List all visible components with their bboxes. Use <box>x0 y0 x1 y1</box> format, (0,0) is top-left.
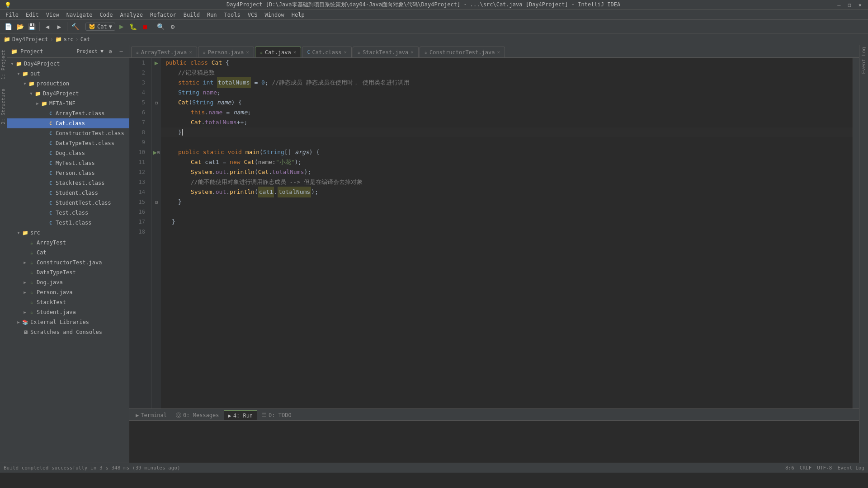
tree-item-datatypetest-class[interactable]: C DataTypeTest.class <box>7 138 129 148</box>
breadcrumb-file[interactable]: Cat <box>80 36 90 42</box>
tab-stacktest[interactable]: ☕ StackTest.java ✕ <box>353 47 419 57</box>
breadcrumb-src[interactable]: src <box>64 36 74 42</box>
maximize-button[interactable]: ❐ <box>846 2 853 8</box>
code-line-2[interactable]: //记录猫总数 <box>161 68 853 78</box>
code-line-12[interactable]: System . out . println ( Cat . totalNums… <box>161 167 853 177</box>
tab-arraytest[interactable]: ☕ ArrayTest.java ✕ <box>131 47 197 57</box>
tab-cat[interactable]: ☕ Cat.java ✕ <box>255 47 301 57</box>
code-line-10[interactable]: public static void main ( String [] args… <box>161 147 853 157</box>
tree-item-stacktest-class[interactable]: C StackTest.class <box>7 178 129 188</box>
menu-analyze[interactable]: Analyze <box>116 11 146 19</box>
code-line-4[interactable]: String name ; <box>161 88 853 98</box>
tree-item-stacktest[interactable]: ☕ StackTest <box>7 297 129 307</box>
tree-item-student-class[interactable]: C Student.class <box>7 188 129 198</box>
toolbar-back[interactable]: ◀ <box>42 21 53 32</box>
toolbar-build[interactable]: 🔨 <box>70 21 80 32</box>
menu-navigate[interactable]: Navigate <box>63 11 96 19</box>
tree-item-src[interactable]: 📁 src <box>7 228 129 238</box>
code-line-11[interactable]: Cat cat1 = new Cat ( name: "小花" ); <box>161 157 853 167</box>
menu-edit[interactable]: Edit <box>22 11 42 19</box>
stop-button[interactable]: ■ <box>140 21 151 32</box>
project-type-selector[interactable]: Project ▼ <box>76 48 104 54</box>
code-content[interactable]: public class Cat { //记录猫总数 static int to… <box>161 58 853 408</box>
run-button[interactable]: ▶ <box>116 21 127 32</box>
tree-item-test-class[interactable]: C Test.class <box>7 208 129 218</box>
gutter-10[interactable]: ▶⊟ <box>152 147 161 157</box>
tree-item-external-libraries[interactable]: 📚 External Libraries <box>7 317 129 327</box>
code-line-9[interactable] <box>161 137 853 147</box>
code-line-17[interactable]: } <box>161 217 853 227</box>
tab-close-constructortest[interactable]: ✕ <box>497 49 500 55</box>
code-line-1[interactable]: public class Cat { <box>161 58 853 68</box>
toolbar-search[interactable]: 🔍 <box>156 21 166 32</box>
status-event-log[interactable]: Event Log <box>837 465 864 471</box>
code-line-15[interactable]: } <box>161 197 853 207</box>
tab-close-cat-class[interactable]: ✕ <box>344 49 347 55</box>
status-position[interactable]: 8:6 <box>785 465 794 471</box>
tree-item-constructortest-class[interactable]: C ConstructorTest.class <box>7 128 129 138</box>
tab-close-cat[interactable]: ✕ <box>293 49 297 55</box>
tab-person[interactable]: ☕ Person.java ✕ <box>198 47 254 57</box>
bottom-tab-todo[interactable]: ☰ 0: TODO <box>257 410 296 420</box>
tree-item-cat-class[interactable]: C Cat.class <box>7 118 129 128</box>
tree-item-student[interactable]: ☕ Student.java <box>7 307 129 317</box>
breadcrumb-project[interactable]: Day4Project <box>12 36 48 42</box>
close-button[interactable]: ✕ <box>857 2 863 8</box>
minimize-button[interactable]: — <box>835 2 842 8</box>
toolbar-forward[interactable]: ▶ <box>54 21 65 32</box>
menu-tools[interactable]: Tools <box>221 11 244 19</box>
toolbar-settings[interactable]: ⚙ <box>167 21 178 32</box>
tab-cat-class[interactable]: C Cat.class ✕ <box>302 47 352 57</box>
code-line-18[interactable] <box>161 227 853 237</box>
tree-item-person-class[interactable]: C Person.class <box>7 168 129 178</box>
tree-item-arraytest-class[interactable]: C ArrayTest.class <box>7 108 129 118</box>
tab-close-person[interactable]: ✕ <box>246 49 249 55</box>
code-line-13[interactable]: //能不能使用对象进行调用静态成员 --> 但是在编译会去掉对象 <box>161 177 853 187</box>
menu-view[interactable]: View <box>42 11 63 19</box>
tree-item-day4project[interactable]: 📁 Day4Project <box>7 59 129 69</box>
code-line-5[interactable]: Cat ( String name ) { <box>161 98 853 108</box>
tree-item-person[interactable]: ☕ Person.java <box>7 287 129 297</box>
bottom-tab-run[interactable]: ▶ 4: Run <box>224 410 258 420</box>
title-bar-controls[interactable]: — ❐ ✕ <box>835 2 863 8</box>
tab-close-stacktest[interactable]: ✕ <box>410 49 414 55</box>
bottom-tab-messages[interactable]: ⓪ 0: Messages <box>171 410 223 420</box>
right-scrollbar[interactable] <box>853 58 859 408</box>
toolbar-save[interactable]: 💾 <box>26 21 37 32</box>
toolbar-new[interactable]: 📄 <box>3 21 14 32</box>
code-editor[interactable]: 1 2 3 4 5 6 7 8 9 10 11 12 13 14 15 16 1… <box>129 58 859 408</box>
tree-item-metainf[interactable]: 📁 META-INF <box>7 99 129 108</box>
menu-run[interactable]: Run <box>203 11 221 19</box>
panel-collapse-icon[interactable]: — <box>117 47 125 56</box>
code-line-3[interactable]: static int totalNums = 0 ; //静态成员 静态成员在使… <box>161 78 853 88</box>
menu-build[interactable]: Build <box>180 11 203 19</box>
menu-code[interactable]: Code <box>96 11 117 19</box>
run-config-selector[interactable]: 🐱 Cat ▼ <box>85 23 115 31</box>
event-log-toggle[interactable]: Event Log <box>859 45 868 77</box>
tree-item-mytest-class[interactable]: C MyTest.class <box>7 158 129 168</box>
code-line-8[interactable]: } <box>161 127 853 137</box>
code-line-14[interactable]: System . out . println ( cat1 . totalNum… <box>161 187 853 197</box>
code-line-16[interactable] <box>161 207 853 217</box>
tab-close-arraytest[interactable]: ✕ <box>189 49 192 55</box>
tree-item-dog-class[interactable]: C Dog.class <box>7 148 129 158</box>
panel-settings-icon[interactable]: ⚙ <box>106 47 114 56</box>
gutter-15[interactable]: ⊟ <box>152 197 161 207</box>
toolbar-open[interactable]: 📂 <box>14 21 25 32</box>
code-line-7[interactable]: Cat . totalNums ++; <box>161 117 853 127</box>
tree-item-studenttest-class[interactable]: C StudentTest.class <box>7 198 129 208</box>
menu-vcs[interactable]: VCS <box>244 11 261 19</box>
code-line-6[interactable]: this . name = name ; <box>161 108 853 117</box>
project-panel-toggle[interactable]: 1: Project <box>0 45 7 84</box>
menu-help[interactable]: Help <box>288 11 308 19</box>
tab-constructortest[interactable]: ☕ ConstructorTest.java ✕ <box>420 47 505 57</box>
gutter-5[interactable]: ⊟ <box>152 98 161 108</box>
status-encoding[interactable]: UTF-8 <box>817 465 832 471</box>
menu-file[interactable]: File <box>2 11 22 19</box>
tree-item-scratches[interactable]: 🖥 Scratches and Consoles <box>7 327 129 337</box>
tree-item-constructortest[interactable]: ☕ ConstructorTest.java <box>7 258 129 267</box>
tree-item-cat[interactable]: ☕ Cat <box>7 248 129 258</box>
tree-item-out[interactable]: 📁 out <box>7 69 129 79</box>
gutter-1[interactable]: ▶ <box>152 58 161 68</box>
tree-item-arraytest[interactable]: ☕ ArrayTest <box>7 238 129 248</box>
